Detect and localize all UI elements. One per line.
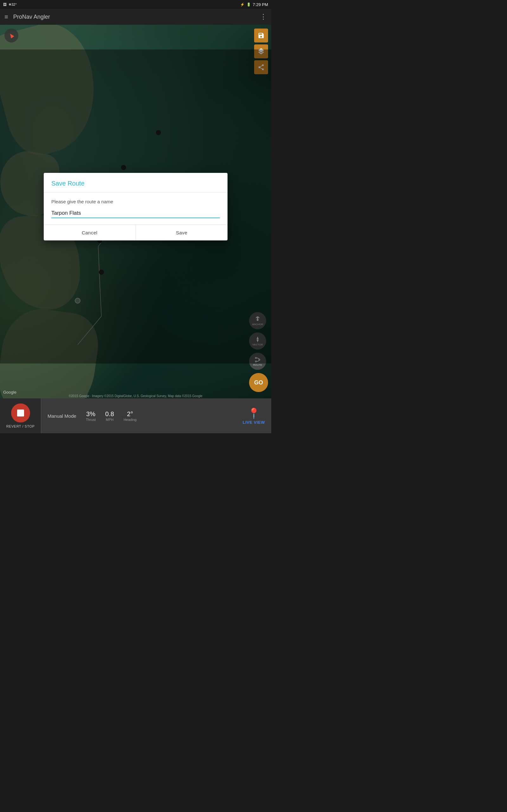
map-area[interactable]: ANCHOR VECTOR ROUTE GO Google ©2015 Goog… xyxy=(0,25,271,398)
save-icon xyxy=(258,32,265,39)
dialog-prompt: Please give the route a name xyxy=(51,199,220,204)
heading-value: 2° xyxy=(127,410,133,418)
compass-arrow xyxy=(9,33,14,38)
thrust-value: 3% xyxy=(86,410,95,418)
stop-label: REVERT / STOP xyxy=(6,424,35,428)
route-name-input[interactable] xyxy=(51,209,220,218)
compass-button[interactable] xyxy=(4,29,18,43)
dialog-overlay: Save Route Please give the route a name … xyxy=(0,49,271,363)
heading-stat: 2° Heading xyxy=(124,410,136,421)
status-info: Manual Mode 3% Thrust 0.8 MPH 2° Heading xyxy=(41,410,236,421)
menu-icon[interactable]: ≡ xyxy=(4,13,8,20)
more-options-icon[interactable]: ⋮ xyxy=(260,13,267,21)
stop-circle xyxy=(11,403,30,422)
route-label: ROUTE xyxy=(253,363,262,366)
dialog-body: Please give the route a name xyxy=(44,193,228,224)
go-label: GO xyxy=(254,379,263,386)
live-view-label: LIVE VIEW xyxy=(243,420,265,425)
save-button[interactable]: Save xyxy=(136,225,228,241)
speed-label: MPH xyxy=(106,418,113,421)
live-view-button[interactable]: 📍 LIVE VIEW xyxy=(236,407,271,425)
notification-icon: 🖼 xyxy=(3,3,7,6)
speed-value: 0.8 xyxy=(105,410,114,418)
speed-stat: 0.8 MPH xyxy=(105,410,114,421)
go-button[interactable]: GO xyxy=(249,373,268,392)
app-title: ProNav Angler xyxy=(13,14,260,20)
app-bar: ≡ ProNav Angler ⋮ xyxy=(0,9,271,25)
revert-stop-button[interactable]: REVERT / STOP xyxy=(0,398,41,433)
battery-icon: 🔋 xyxy=(246,3,251,7)
thrust-label: Thrust xyxy=(86,418,96,421)
save-route-button[interactable] xyxy=(254,29,268,43)
status-bar: 🖼 ❄32° ⚡ 🔋 7:29 PM xyxy=(0,0,271,9)
heading-label: Heading xyxy=(124,418,136,421)
location-icon: 📍 xyxy=(247,407,260,419)
dialog-actions: Cancel Save xyxy=(44,224,228,241)
cancel-button[interactable]: Cancel xyxy=(44,225,136,241)
temp-icon: ❄32° xyxy=(9,3,17,7)
save-route-dialog: Save Route Please give the route a name … xyxy=(44,173,228,241)
clock: 7:29 PM xyxy=(253,2,268,7)
bottom-bar: REVERT / STOP Manual Mode 3% Thrust 0.8 … xyxy=(0,398,271,433)
mode-label: Manual Mode xyxy=(48,413,76,419)
bluetooth-icon: ⚡ xyxy=(240,3,245,7)
map-attribution: ©2015 Google · Imagery ©2015 DigitalGlob… xyxy=(0,394,271,398)
dialog-title: Save Route xyxy=(51,180,84,187)
thrust-stat: 3% Thrust xyxy=(86,410,96,421)
dialog-header: Save Route xyxy=(44,173,228,193)
stop-square-icon xyxy=(17,409,24,416)
